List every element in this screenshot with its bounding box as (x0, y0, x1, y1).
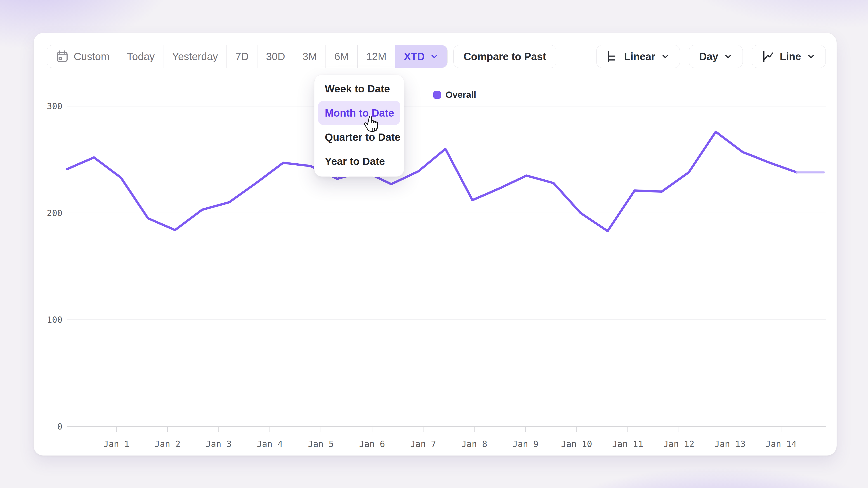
compare-to-past-button[interactable]: Compare to Past (454, 45, 557, 68)
date-range-12m[interactable]: 12M (358, 45, 395, 68)
interval-select[interactable]: Day (689, 45, 743, 68)
scale-select[interactable]: Linear (596, 45, 680, 68)
line-chart-icon (762, 51, 774, 63)
date-range-6m[interactable]: 6M (326, 45, 358, 68)
axis-scale-icon (607, 51, 619, 63)
date-range-xtd[interactable]: XTD (395, 45, 447, 68)
chart-type-select[interactable]: Line (752, 45, 826, 68)
menu-item-year-to-date[interactable]: Year to Date (318, 149, 400, 173)
date-range-group: Custom Today Yesterday 7D 30D 3M 6M 12M … (47, 45, 447, 68)
menu-item-quarter-to-date[interactable]: Quarter to Date (318, 125, 400, 149)
date-range-yesterday[interactable]: Yesterday (163, 45, 227, 68)
date-range-7d[interactable]: 7D (227, 45, 257, 68)
chart-settings-cluster: Linear Day (596, 45, 826, 68)
calendar-icon (56, 50, 69, 63)
date-range-30d[interactable]: 30D (257, 45, 294, 68)
chevron-down-icon (723, 52, 733, 61)
menu-item-month-to-date[interactable]: Month to Date (318, 101, 400, 125)
insight-card: Custom Today Yesterday 7D 30D 3M 6M 12M … (33, 33, 837, 456)
page-background: 0100200300Jan 1Jan 2Jan 3Jan 4Jan 5Jan 6… (0, 0, 868, 488)
chevron-down-icon (430, 52, 439, 61)
legend-label: Overall (445, 90, 476, 100)
menu-item-week-to-date[interactable]: Week to Date (318, 76, 400, 101)
date-range-3m[interactable]: 3M (294, 45, 326, 68)
date-range-custom[interactable]: Custom (47, 45, 118, 68)
date-range-today[interactable]: Today (118, 45, 163, 68)
date-options-dropdown: Week to Date Month to Date Quarter to Da… (314, 74, 404, 177)
legend: Overall (433, 90, 476, 100)
legend-swatch (433, 91, 441, 99)
date-range-label: Custom (74, 51, 110, 63)
chevron-down-icon (661, 52, 670, 61)
chevron-down-icon (807, 52, 815, 61)
toolbar: Custom Today Yesterday 7D 30D 3M 6M 12M … (47, 45, 826, 68)
